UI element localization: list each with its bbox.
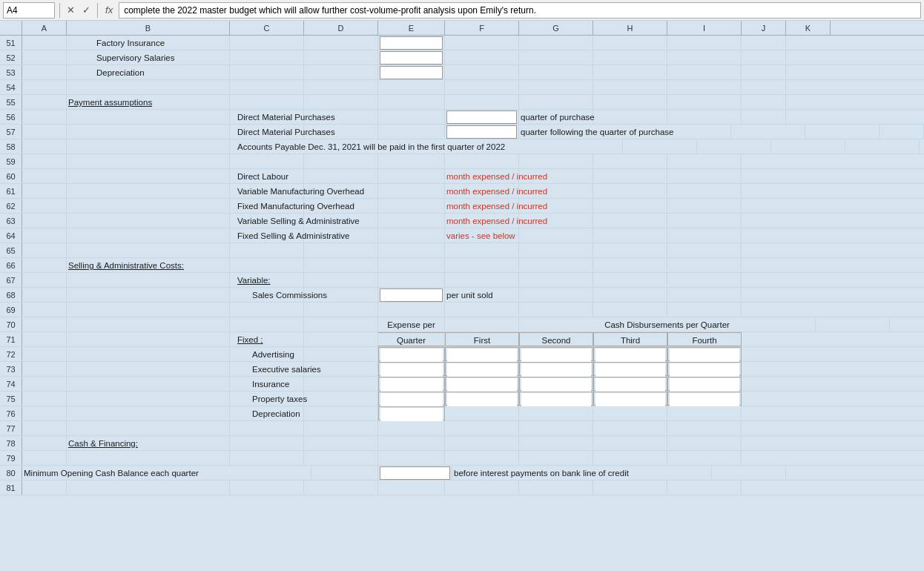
cell-f75-input[interactable] [445,392,519,406]
cell-a63 [22,214,67,228]
row-75: 75 Property taxes [0,392,924,406]
cell-h73-input[interactable] [593,362,667,376]
cell-h72-input[interactable] [593,347,667,361]
cell-a70 [22,317,67,331]
cell-i74-input[interactable] [667,377,742,391]
col-header-e[interactable]: E [378,21,445,35]
cell-f57-input[interactable] [445,125,519,139]
cell-e73-input[interactable] [378,362,445,376]
confirm-icon[interactable]: ✓ [80,4,93,16]
col-header-h[interactable]: H [593,21,667,35]
cell-f60: month expensed / incurred [445,169,519,183]
row-55: 55 Payment assumptions [0,95,924,110]
cell-e53[interactable] [378,65,445,79]
cell-c81 [230,481,304,495]
cell-e72-input[interactable] [378,347,445,361]
cell-h67 [593,273,667,287]
cell-d81 [304,481,378,495]
cell-h75-input[interactable] [593,392,667,406]
col-header-a[interactable]: A [22,21,67,35]
cell-h61 [593,184,667,198]
cell-g75-input[interactable] [519,392,593,406]
cell-i72-input[interactable] [667,347,742,361]
fx-label: fx [102,4,116,16]
cell-b67 [67,273,230,287]
cell-i57 [805,125,880,139]
rownum-80: 80 [0,466,22,480]
cell-b75 [67,392,230,406]
cell-d57 [304,125,378,139]
cell-a51 [22,36,67,50]
col-header-i[interactable]: I [667,21,742,35]
cell-b63 [67,214,230,228]
cell-f64: varies - see below [445,228,519,242]
formula-input[interactable]: complete the 2022 master budget which wi… [119,2,921,19]
cell-i73-input[interactable] [667,362,742,376]
cell-f73-input[interactable] [445,362,519,376]
cell-reference-box[interactable]: A4 [3,2,55,19]
formula-bar: A4 ✕ ✓ fx complete the 2022 master budge… [0,0,924,21]
cell-e74-input[interactable] [378,377,445,391]
row-81: 81 [0,481,924,495]
cell-g65 [519,243,593,257]
cell-i75-input[interactable] [667,392,742,406]
col-header-b[interactable]: B [67,21,230,35]
cell-j51 [742,36,786,50]
cell-a78 [22,436,67,450]
cell-f80-input[interactable] [378,466,452,480]
cell-e68-input[interactable] [378,288,445,302]
col-header-g[interactable]: G [519,21,593,35]
cell-g72-input[interactable] [519,347,593,361]
rownum-51: 51 [0,36,22,50]
cell-i81 [667,481,742,495]
cell-h53 [593,65,667,79]
cell-i66 [667,258,742,272]
cell-c72: Advertising [230,347,304,361]
cell-g58 [697,139,771,154]
cell-e75-input[interactable] [378,392,445,406]
col-header-j[interactable]: J [742,21,786,35]
col-header-k[interactable]: K [786,21,831,35]
cell-g68 [519,288,593,302]
rownum-71: 71 [0,332,22,346]
cell-g81 [519,481,593,495]
cell-b54 [67,80,230,94]
col-header-f[interactable]: F [445,21,519,35]
cell-c54 [230,80,304,94]
cell-e55 [378,95,445,109]
cell-h63 [593,214,667,228]
cell-f54 [445,80,519,94]
cell-g74-input[interactable] [519,377,593,391]
cell-e51[interactable] [378,36,445,50]
cell-f74-input[interactable] [445,377,519,391]
cell-b60 [67,169,230,183]
cell-b68 [67,288,230,302]
cell-f69 [445,303,519,317]
row-70: 70 Expense per Cash Disbursements per Qu… [0,317,924,332]
col-header-d[interactable]: D [304,21,378,35]
cell-h74-input[interactable] [593,377,667,391]
cell-d77 [304,421,378,435]
cell-f59 [445,154,519,168]
cell-g73-input[interactable] [519,362,593,376]
cell-b58 [67,139,230,154]
cell-c57: Direct Material Purchases [230,125,304,139]
cell-f56-input[interactable] [445,110,519,124]
row-63: 63 Variable Selling & Administrative mon… [0,214,924,228]
col-header-c[interactable]: C [230,21,304,35]
cell-e76-input[interactable] [378,406,445,420]
cell-a58 [22,139,67,154]
cell-d75 [304,392,378,406]
cell-f72-input[interactable] [445,347,519,361]
cell-a81 [22,481,67,495]
cancel-icon[interactable]: ✕ [65,4,77,16]
cell-b72 [67,347,230,361]
cell-b57 [67,125,230,139]
cell-c60: Direct Labour [230,169,304,183]
cell-f53 [445,65,519,79]
cell-g69 [519,303,593,317]
cell-e52[interactable] [378,50,445,65]
cell-g80-wide: before interest payments on bank line of… [452,466,712,480]
cell-f65 [445,243,519,257]
cell-d56 [304,110,378,124]
